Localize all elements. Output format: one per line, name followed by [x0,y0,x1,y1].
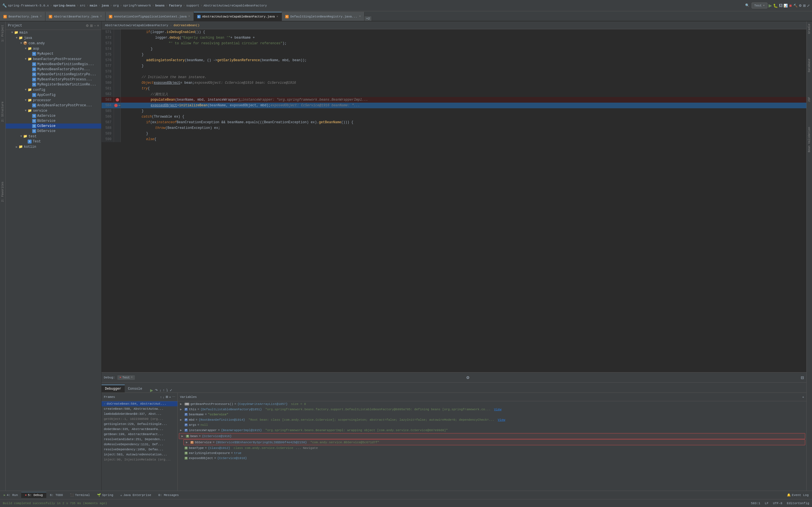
var-item-exposedobject[interactable]: O exposedObject = {CcService@1916} [178,456,806,461]
debug-runtocursor-btn[interactable]: ⤵ [166,388,168,392]
tab-debug[interactable]: ● 5: Debug [21,492,46,498]
var-item-beanname[interactable]: P beanName = "ccService" [178,412,806,417]
breakpoint-dot[interactable] [114,104,118,107]
tab-close[interactable]: × [40,15,42,18]
tab-close[interactable]: × [100,15,102,18]
tree-item-myregisterbeandefinition[interactable]: C MyRegisterBeanDefinitionRe... [6,82,101,87]
vars-scroll[interactable]: ▶ oo getBeanPostProcessors() = {CopyOnWr… [178,401,806,491]
var-item-this[interactable]: ▶ P this = {DefaultListableBeanFactory@1… [178,407,806,412]
tree-item-main[interactable]: ▼ 📁 main [6,30,101,35]
frame-item-11[interactable]: inject:90, InjectionMetadata (org... [102,457,177,462]
database-label[interactable]: Database [807,58,811,73]
debug-session-close[interactable]: × [131,376,132,379]
var-item-earlysingleton[interactable]: O earlySingletonExposure = true [178,451,806,456]
editor-config[interactable]: EditorConfig [787,502,809,505]
tab-close[interactable]: × [188,15,190,18]
tree-item-test-folder[interactable]: ▼ 📁 test [6,134,101,139]
frame-item-3[interactable]: getObject:-1, 1022308509 (org... [102,416,177,421]
tree-item-beanfactorypostprocessor[interactable]: ▼ 📁 beanFactoryPostProcessor [6,56,101,62]
debug-resume-btn[interactable]: ▶ [150,388,153,393]
gradle-label[interactable]: Gradle [807,22,811,35]
frame-item-5[interactable]: doGetBean:335, AbstractBeanFa... [102,427,177,432]
frame-item-4[interactable]: getSingleton:229, DefaultSingle... [102,421,177,427]
cursor-position[interactable]: 583:1 [751,502,760,505]
tree-item-mybeandefinitionregistry[interactable]: C MyBeanDefinitionRegistryPo... [6,72,101,77]
encoding[interactable]: UTF-8 [773,502,782,505]
frame-item-7[interactable]: resolveCandidate:251, Dependen... [102,437,177,442]
frames-filter-btn[interactable]: ⊞ [166,395,168,399]
tree-item-appconfig[interactable]: C AppConfig [6,93,101,98]
tree-item-com-andy[interactable]: ▼ 📦 com.andy [6,41,101,46]
var-item-beantype[interactable]: O beanType = {Class@1912} class com.andy… [178,446,806,451]
run-config-dropdown-icon[interactable]: ▾ [763,3,765,8]
build-button[interactable]: 🔨 [793,4,798,8]
bc-class[interactable]: AbstractAutowireCapableBeanFactory [204,4,267,7]
tree-item-aaservice[interactable]: C AaService [6,113,101,118]
frames-settings-btn[interactable]: + [169,395,171,399]
var-item-args[interactable]: P args = null [178,422,806,428]
tab-spring[interactable]: 🌱 Spring [93,492,117,498]
tab-console[interactable]: Console [125,385,146,393]
tab-abstractbeanfactory[interactable]: C AbstractBeanFactory.java × [45,12,106,21]
frames-up-btn[interactable]: ↑ [160,395,162,399]
tree-item-test[interactable]: C Test [6,139,101,144]
debug-layout-btn[interactable]: ⊟ [801,375,804,380]
bc-beans[interactable]: beans [155,4,164,7]
search-icon[interactable]: 🔍 [744,2,751,9]
tab-event-log[interactable]: 🔔 Event Log [783,492,812,498]
tab-todo[interactable]: 6: TODO [46,492,66,498]
debug-settings-btn[interactable]: ⚙ [466,375,470,380]
line-ending[interactable]: LF [765,502,768,505]
stop-button[interactable]: ⏹ [789,4,792,8]
tab-run[interactable]: ▶ 4: Run [0,492,21,498]
var-item-getbeanpostprocessors[interactable]: ▶ oo getBeanPostProcessors() = {CopyOnWr… [178,401,806,407]
bc-factory[interactable]: factory [169,4,182,7]
tree-item-mybeanfactorypostprocess[interactable]: C MyBeanFactoryPostProcess... [6,77,101,82]
tree-item-config[interactable]: ▼ 📁 config [6,87,101,93]
frame-item-10[interactable]: inject:583, AutowiredAnnotation... [102,452,177,457]
debug-button[interactable]: 🐛 [773,3,778,8]
tab-debugger[interactable]: Debugger [102,385,125,393]
tree-item-kotlin[interactable]: ▶ 📁 kotlin [6,144,101,150]
code-area[interactable]: 571 if (logger.isDebugEnabled()) { 572 [102,29,806,372]
run-button[interactable]: ▶ [768,3,772,8]
settings-button[interactable]: ⚙ [799,4,802,8]
sidebar-close-btn[interactable]: × [97,24,99,27]
bc-support[interactable]: support [186,4,199,7]
tree-item-aop[interactable]: ▼ 📁 aop [6,46,101,51]
bc-spring-framework[interactable]: spring-framework-5.0.x [8,4,49,7]
tab-defaultsingleton[interactable]: C DefaultSingletonBeanRegistry.java... × [282,12,365,21]
tree-item-processor[interactable]: ▼ 📁 processor [6,98,101,103]
structure-label[interactable]: 2: Structure [1,100,5,123]
project-nav-label[interactable]: 1: Project [1,24,5,43]
jsf-label[interactable]: JSF [807,96,811,103]
tree-item-ccservice[interactable]: C CcService [6,123,101,128]
frame-item-6[interactable]: getBean:199, AbstractBeanFact... [102,432,177,437]
breakpoint-dot[interactable] [116,98,119,102]
tab-beanfactory[interactable]: C BeanFactory.java × [0,12,45,21]
frames-scroll[interactable]: ✓ doCreateBean:584, AbstractAut... creat… [102,401,177,491]
tab-terminal[interactable]: ⬛ Terminal [66,492,93,498]
tree-item-ddservice[interactable]: C DdService [6,128,101,134]
frames-more-btn[interactable]: ⋯ [172,395,175,399]
tree-item-myannobeanfactorypost[interactable]: C MyAnnoBeanFactoryPostPo... [6,67,101,72]
layout-button[interactable]: ⊞ [803,4,806,8]
sidebar-expand-btn[interactable]: ⊞ [90,24,93,27]
frame-item-2[interactable]: lambda$doGetBean$0:337, Abst... [102,411,177,416]
bc-spring-beans[interactable]: spring-beans [53,4,75,7]
bc-main[interactable]: main [90,4,97,7]
view-link[interactable]: View [498,418,505,421]
tab-annotationconfig[interactable]: C AnnotationConfigApplicationContext.jav… [106,12,194,21]
frames-down-btn[interactable]: ↓ [163,395,164,399]
tab-messages[interactable]: 0: Messages [155,492,182,498]
tab-close[interactable]: × [276,15,278,18]
bc-java[interactable]: java [101,4,109,7]
debug-stepout-btn[interactable]: ↑ [163,388,164,392]
tree-item-myannobeandefinition[interactable]: C MyAnnoBeanDefinitionRegis... [6,62,101,67]
debug-stepover-btn[interactable]: ↷ [155,388,158,392]
bc-springframework[interactable]: springframework [123,4,151,7]
tree-item-andybeanfactory[interactable]: C AndyBeanFactoryPostProce... [6,103,101,108]
sidebar-collapse-btn[interactable]: − [94,24,96,27]
profile-button[interactable]: 📊 [783,4,788,8]
frame-item-1[interactable]: createBean:500, AbstractAutow... [102,406,177,411]
